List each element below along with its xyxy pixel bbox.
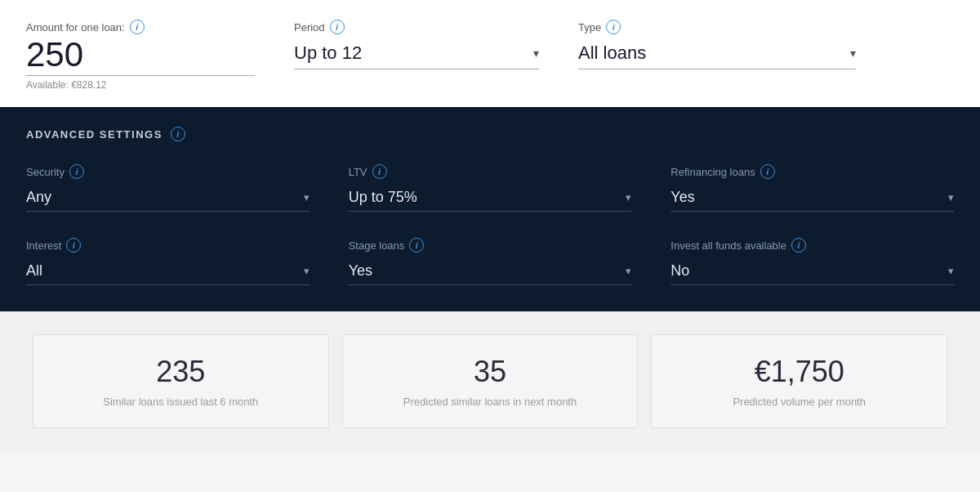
adv-info-icon-2[interactable]: i: [760, 164, 775, 179]
adv-label-3: Interest i: [26, 238, 310, 253]
stat-card-2: €1,750 Predicted volume per month: [651, 334, 947, 428]
adv-label-text-1: LTV: [349, 166, 368, 178]
advanced-field-1: LTV i Up to 75% ▾: [349, 164, 632, 212]
adv-label-text-2: Refinancing loans: [670, 166, 755, 178]
adv-select-value-1: Up to 75%: [349, 189, 417, 206]
adv-select-value-4: Yes: [349, 262, 372, 280]
period-select[interactable]: Up to 12 ▾: [294, 38, 539, 69]
adv-info-icon-1[interactable]: i: [372, 164, 387, 179]
adv-info-icon-5[interactable]: i: [791, 238, 806, 253]
adv-select-value-0: Any: [26, 189, 51, 206]
period-label-text: Period: [294, 21, 325, 34]
advanced-field-5: Invest all funds available i No ▾: [670, 238, 954, 285]
type-label: Type i: [578, 20, 856, 34]
amount-label: Amount for one loan: i: [26, 20, 255, 34]
period-value: Up to 12: [294, 42, 362, 64]
top-row: Amount for one loan: i 250 Available: €8…: [26, 20, 954, 91]
amount-underline: [26, 75, 255, 76]
stat-card-0: 235 Similar loans issued last 6 month: [33, 334, 329, 428]
amount-group: Amount for one loan: i 250 Available: €8…: [26, 20, 255, 91]
period-arrow-icon: ▾: [533, 47, 539, 60]
adv-select-value-5: No: [670, 262, 689, 280]
adv-select-2[interactable]: Yes ▾: [670, 184, 954, 212]
adv-select-4[interactable]: Yes ▾: [349, 257, 632, 285]
stat-value-1: 35: [356, 355, 625, 389]
top-section: Amount for one loan: i 250 Available: €8…: [0, 0, 980, 107]
advanced-field-0: Security i Any ▾: [26, 164, 310, 212]
amount-value[interactable]: 250: [26, 38, 255, 72]
adv-label-0: Security i: [26, 164, 310, 179]
stat-value-2: €1,750: [665, 355, 933, 389]
amount-label-text: Amount for one loan:: [26, 21, 125, 34]
adv-label-2: Refinancing loans i: [670, 164, 954, 179]
adv-label-text-0: Security: [26, 166, 65, 178]
available-text: Available: €828.12: [26, 79, 255, 91]
advanced-field-4: Stage loans i Yes ▾: [349, 238, 632, 285]
amount-info-icon[interactable]: i: [130, 20, 145, 34]
stat-value-0: 235: [47, 355, 315, 389]
adv-label-text-5: Invest all funds available: [670, 239, 786, 252]
advanced-header: ADVANCED SETTINGS i: [26, 127, 954, 141]
type-value: All loans: [578, 42, 646, 64]
adv-info-icon-3[interactable]: i: [66, 238, 81, 253]
adv-arrow-icon-5: ▾: [948, 265, 954, 277]
adv-label-5: Invest all funds available i: [670, 238, 954, 253]
advanced-section: ADVANCED SETTINGS i Security i Any ▾ LTV…: [0, 107, 980, 311]
type-group: Type i All loans ▾: [578, 20, 856, 69]
stat-label-2: Predicted volume per month: [665, 396, 933, 408]
adv-arrow-icon-0: ▾: [304, 191, 310, 204]
adv-arrow-icon-2: ▾: [948, 191, 954, 204]
stat-label-1: Predicted similar loans in next month: [356, 396, 625, 408]
adv-arrow-icon-4: ▾: [626, 265, 631, 277]
adv-select-value-3: All: [26, 262, 42, 280]
advanced-field-3: Interest i All ▾: [26, 238, 310, 285]
stats-section: 235 Similar loans issued last 6 month 35…: [0, 311, 980, 451]
adv-arrow-icon-3: ▾: [304, 265, 310, 277]
adv-select-1[interactable]: Up to 75% ▾: [349, 184, 632, 212]
adv-label-4: Stage loans i: [349, 238, 632, 253]
adv-select-3[interactable]: All ▾: [26, 257, 310, 285]
adv-select-value-2: Yes: [670, 189, 694, 206]
adv-info-icon-4[interactable]: i: [409, 238, 424, 253]
adv-info-icon-0[interactable]: i: [69, 164, 84, 179]
stat-card-1: 35 Predicted similar loans in next month: [342, 334, 639, 428]
type-label-text: Type: [578, 21, 601, 34]
adv-label-1: LTV i: [349, 164, 632, 179]
period-info-icon[interactable]: i: [330, 20, 345, 34]
adv-label-text-3: Interest: [26, 239, 61, 252]
period-group: Period i Up to 12 ▾: [294, 20, 539, 69]
type-info-icon[interactable]: i: [606, 20, 621, 34]
advanced-info-icon[interactable]: i: [171, 127, 185, 141]
adv-select-5[interactable]: No ▾: [670, 257, 954, 285]
adv-select-0[interactable]: Any ▾: [26, 184, 310, 212]
type-select[interactable]: All loans ▾: [578, 38, 856, 69]
adv-label-text-4: Stage loans: [349, 239, 405, 252]
advanced-field-2: Refinancing loans i Yes ▾: [670, 164, 954, 212]
stat-label-0: Similar loans issued last 6 month: [47, 396, 315, 408]
advanced-title: ADVANCED SETTINGS: [26, 128, 163, 141]
type-arrow-icon: ▾: [850, 47, 856, 60]
adv-arrow-icon-1: ▾: [626, 191, 631, 204]
advanced-grid: Security i Any ▾ LTV i Up to 75% ▾ Refin…: [26, 164, 954, 285]
period-label: Period i: [294, 20, 539, 34]
